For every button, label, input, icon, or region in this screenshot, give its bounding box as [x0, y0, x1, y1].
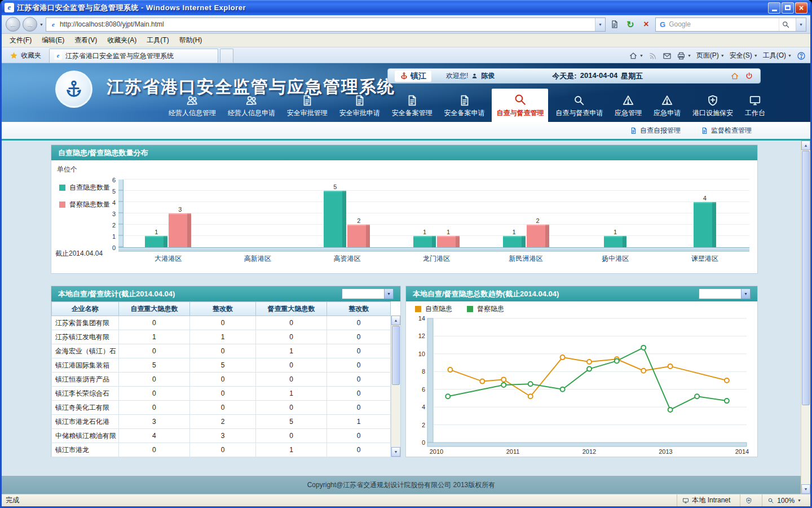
dropdown-arrow-icon[interactable]: ▼ [384, 289, 393, 299]
warning-icon [622, 94, 634, 107]
page-footer: Copyright@江苏省交通规划设计院股份有限公司 2013版权所有 [2, 476, 801, 494]
menu-item-5[interactable]: 帮助(H) [174, 34, 208, 47]
close-button[interactable]: × [795, 2, 807, 14]
table-row-3[interactable]: 镇江港国际集装箱5500 [52, 358, 391, 373]
browser-tab[interactable]: e 江苏省港口安全监管与应急管理系统 [49, 49, 218, 63]
subnav-item-1[interactable]: 监督检查管理 [701, 126, 752, 135]
intranet-icon [682, 497, 689, 504]
table-row-8[interactable]: 中储粮镇江粮油有限4300 [52, 429, 391, 443]
cell-8-0: 中储粮镇江粮油有限 [52, 429, 119, 443]
menu-item-0[interactable]: 文件(F) [5, 34, 37, 47]
feed-icon[interactable] [648, 51, 657, 60]
search-box[interactable]: G ▼ [655, 17, 806, 32]
bar-value-label: 5 [333, 183, 337, 191]
logout-icon[interactable] [745, 72, 753, 80]
table-scroll-down-icon[interactable]: ▼ [391, 447, 400, 457]
table-scroll-thumb[interactable] [392, 326, 400, 385]
help-icon[interactable] [797, 51, 806, 60]
address-field[interactable]: e ▼ [46, 17, 606, 32]
portal-home-icon[interactable] [730, 72, 739, 81]
menu-item-3[interactable]: 收藏夹(A) [102, 34, 142, 47]
menu-item-4[interactable]: 工具(T) [142, 34, 174, 47]
bar [145, 236, 167, 247]
favorites-button[interactable]: 收藏夹 [6, 49, 45, 63]
nav-item-4[interactable]: 安全备案管理 [387, 91, 437, 122]
minimize-button[interactable] [768, 2, 780, 14]
nav-item-8[interactable]: 应急管理 [610, 91, 646, 122]
svg-text:12: 12 [418, 332, 425, 339]
page-scrollbar[interactable]: ▲ ▼ [801, 141, 810, 494]
trend-chart-panel: 本地自查/督查隐患总数趋势(截止2014.04.04) ▼ 自查隐患督察隐患 0… [406, 286, 757, 457]
stats-filter-select[interactable]: ▼ [342, 288, 394, 299]
menu-item-2[interactable]: 查看(V) [69, 34, 102, 47]
search-button[interactable] [779, 18, 792, 31]
page-scroll-down-icon[interactable]: ▼ [801, 484, 810, 494]
nav-item-9[interactable]: 应急申请 [649, 91, 685, 122]
table-row-7[interactable]: 镇江市港龙石化港3251 [52, 415, 391, 429]
address-input[interactable] [60, 20, 593, 28]
table-scroll-up-icon[interactable]: ▲ [391, 316, 400, 325]
safety-menu-button[interactable]: 安全(S)▼ [730, 51, 758, 60]
table-row-9[interactable]: 镇江市港龙0010 [52, 443, 391, 457]
nav-item-0[interactable]: 经营人信息管理 [164, 91, 220, 122]
page-scroll-thumb[interactable] [802, 151, 810, 405]
stop-button[interactable]: × [639, 17, 653, 31]
refresh-button[interactable]: ↻ [624, 17, 637, 31]
bar-yaxis: 0123456 [51, 160, 119, 273]
table-row-2[interactable]: 金海宏业（镇江）石0010 [52, 344, 391, 358]
home-icon [629, 51, 638, 60]
address-bar: ← → ▼ e ▼ ↻ × G ▼ [2, 15, 810, 34]
forward-button[interactable]: → [23, 17, 37, 32]
compatibility-view-icon[interactable] [608, 17, 621, 31]
new-tab-button[interactable] [220, 49, 233, 63]
cell-8-2: 3 [190, 429, 256, 443]
cell-1-2: 1 [190, 330, 256, 344]
bar-value-label: 1 [155, 229, 158, 236]
table-row-4[interactable]: 镇江恒泰沥青产品0000 [52, 373, 391, 387]
search-input[interactable] [669, 20, 775, 28]
table-row-0[interactable]: 江苏索普集团有限0000 [52, 316, 391, 330]
mail-icon[interactable] [663, 51, 672, 60]
bar-value-label: 1 [513, 229, 516, 236]
protected-mode-icon [745, 497, 752, 504]
ie-window: e 江苏省港口安全监管与应急管理系统 - Windows Internet Ex… [0, 0, 812, 508]
nav-item-10[interactable]: 港口设施保安 [688, 91, 738, 122]
bar-chart: 单位个 自查隐患数量督察隐患数量 截止2014.04.04 0123456 13… [51, 160, 757, 273]
address-dropdown-icon[interactable]: ▼ [595, 18, 605, 31]
table-row-1[interactable]: 江苏镇江发电有限1100 [52, 330, 391, 344]
back-button[interactable]: ← [6, 17, 20, 32]
sub-nav: 自查自报管理监督检查管理 [2, 122, 810, 141]
trend-panel-title: 本地自查/督查隐患总数趋势(截止2014.04.04) [413, 289, 559, 299]
nav-item-2[interactable]: 安全审批管理 [283, 91, 332, 122]
menu-item-1[interactable]: 编辑(E) [37, 34, 69, 47]
nav-item-6[interactable]: 自查与督查管理 [492, 89, 548, 122]
history-dropdown-icon[interactable]: ▼ [39, 23, 43, 27]
zoom-control[interactable]: 100% ▼ [762, 494, 806, 506]
maximize-button[interactable] [782, 2, 794, 14]
nav-item-11[interactable]: 工作台 [740, 91, 770, 122]
search-dropdown-icon[interactable]: ▼ [796, 18, 806, 31]
title-bar: e 江苏省港口安全监管与应急管理系统 - Windows Internet Ex… [2, 0, 810, 15]
nav-item-5[interactable]: 安全备案申请 [440, 91, 489, 122]
nav-item-3[interactable]: 安全审批申请 [335, 91, 385, 122]
city-chip[interactable]: 镇江 [395, 71, 431, 82]
nav-item-7[interactable]: 自查与督查申请 [551, 91, 607, 122]
table-scrollbar[interactable]: ▲ ▼ [391, 316, 400, 457]
bar-panel-title: 自查隐患/督查隐患数量分布 [58, 148, 148, 158]
table-row-6[interactable]: 镇江奇美化工有限0000 [52, 401, 391, 415]
home-button[interactable]: ▼ [629, 51, 643, 60]
bar-ytick-1: 1 [103, 233, 116, 240]
line-legend-item-1: 督察隐患 [467, 304, 504, 314]
tools-menu-button[interactable]: 工具(O)▼ [763, 51, 792, 60]
bar-group-2: 52 [302, 179, 392, 247]
nav-label: 自查与督查申请 [555, 108, 603, 118]
nav-item-1[interactable]: 经营人信息申请 [223, 91, 280, 122]
dropdown-arrow-icon[interactable]: ▼ [741, 289, 750, 299]
trend-filter-select[interactable]: ▼ [699, 288, 751, 299]
bar-group-4: 12 [481, 179, 571, 247]
page-menu-button[interactable]: 页面(P)▼ [696, 51, 725, 60]
page-scroll-up-icon[interactable]: ▲ [801, 141, 810, 150]
subnav-item-0[interactable]: 自查自报管理 [630, 126, 681, 135]
print-button[interactable]: ▼ [677, 51, 691, 60]
table-row-5[interactable]: 镇江李长荣综合石0010 [52, 387, 391, 401]
